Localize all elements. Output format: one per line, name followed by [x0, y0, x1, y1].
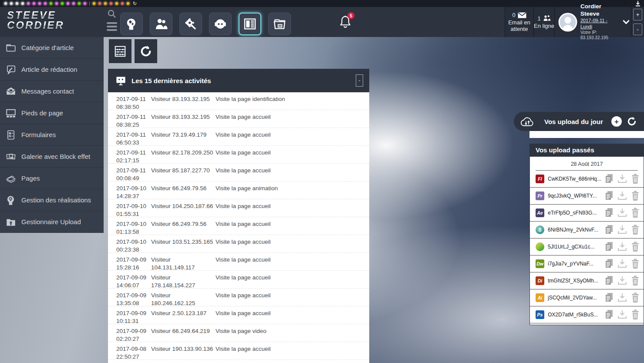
nav-layout-list-button[interactable]: [239, 13, 261, 35]
download-icon[interactable]: [617, 173, 628, 185]
activity-visitor: Visiteur 2.50.123.187: [151, 309, 216, 325]
activity-date: 2017-09-10: [116, 238, 151, 246]
copy-icon[interactable]: [604, 207, 614, 218]
activity-time: 02:20:27: [116, 335, 151, 343]
file-type-badge: Ps: [536, 310, 544, 319]
sidebar-item-label: Pieds de page: [21, 109, 63, 117]
email-pending-section[interactable]: 0 Email en attente: [505, 7, 533, 37]
activity-time: 14:06:07: [116, 282, 151, 289]
delete-icon[interactable]: [630, 224, 641, 235]
tab-dot: [72, 2, 75, 5]
menu-bar: [107, 22, 117, 24]
decrease-button[interactable]: -: [633, 24, 642, 35]
delete-icon[interactable]: [630, 292, 641, 303]
sidebar-item-categorie-article[interactable]: Catégorie d'article: [0, 37, 104, 59]
dots-separator: [89, 1, 90, 6]
activity-visitor: Visiteur 103.51.235.165: [151, 238, 216, 253]
download-icon[interactable]: [617, 258, 628, 269]
upload-file-row: S 6NrBNJmy_2VkNvF...: [530, 222, 644, 239]
copy-icon[interactable]: [604, 275, 614, 286]
email-count: 0: [512, 12, 515, 18]
envelope-icon: [5, 86, 17, 97]
minimize-button[interactable]: -: [356, 74, 363, 87]
activity-action: Visite la page animation: [216, 185, 365, 200]
download-icon[interactable]: [617, 292, 628, 303]
copy-icon[interactable]: [604, 309, 614, 320]
sidebar-item-galerie-block-effet[interactable]: Galerie avec Block effet: [0, 146, 104, 168]
activity-row: 2017-09-0910:11:31 Visiteur 2.50.123.187…: [108, 306, 369, 324]
activity-date: 2017-09-10: [116, 220, 151, 228]
copy-icon[interactable]: [604, 224, 614, 235]
delete-icon[interactable]: [630, 173, 641, 185]
upload-file-row: Fl CwKDK5Tw_686nHq...: [530, 171, 644, 188]
refresh-activities-button[interactable]: [135, 39, 157, 63]
activity-action: Visite la page accueil: [216, 167, 365, 182]
user-menu[interactable]: Cordier Steeve 2017-09-11 - Lundi Votre …: [554, 7, 631, 37]
activity-action: Visite la page accueil: [216, 274, 365, 289]
footer-icon: [5, 108, 17, 119]
delete-icon[interactable]: [630, 275, 641, 286]
activity-time: 08:38:50: [116, 103, 151, 111]
copy-icon[interactable]: [604, 241, 614, 252]
nav-tools-button[interactable]: [179, 13, 202, 35]
delete-icon[interactable]: [630, 207, 641, 218]
online-users-section[interactable]: 1 En ligne: [533, 7, 554, 37]
activity-date: 2017-09-11: [116, 95, 151, 103]
activity-action: Visite la page accueil: [216, 345, 365, 360]
file-name: i7gJia7v_pYVNaF...: [548, 261, 604, 267]
sidebar-item-label: Gestionnaire Upload: [21, 218, 81, 225]
download-icon[interactable]: [617, 275, 628, 286]
tab-dot: [10, 2, 13, 5]
tab-dot: [84, 2, 86, 5]
upload-file-row: 5JI1UrLJ_gCXu1c...: [530, 239, 644, 255]
copy-icon[interactable]: [604, 292, 614, 303]
download-icon[interactable]: [617, 241, 628, 252]
nav-users-button[interactable]: [150, 13, 172, 35]
activity-action: Visite la page video: [216, 327, 365, 343]
upload-file-row: Ae eTrFfp5O_sFN93G...: [530, 205, 644, 222]
delete-icon[interactable]: [630, 258, 641, 269]
download-icon[interactable]: [617, 190, 628, 202]
app-logo[interactable]: STEEVE CORDIER: [7, 10, 64, 30]
copy-icon[interactable]: [604, 258, 614, 269]
delete-icon[interactable]: [630, 241, 641, 252]
copy-icon[interactable]: [604, 173, 614, 185]
activity-visitor: Visiteur 104.131.149.117: [151, 256, 216, 271]
file-type-badge: S: [536, 225, 544, 234]
delete-icon[interactable]: [630, 309, 641, 320]
copy-icon[interactable]: [604, 190, 614, 202]
activity-action: Visite la page accueil: [216, 256, 365, 271]
nav-robot-button[interactable]: [209, 13, 232, 35]
sidebar-item-article-redaction[interactable]: Article de rédaction: [0, 59, 104, 81]
activity-time: 10:11:31: [116, 317, 151, 325]
download-icon[interactable]: [617, 309, 628, 320]
sidebar-item-gestion-realisations[interactable]: Gestion des réalisations: [0, 189, 104, 211]
sidebar-item-pieds-de-page[interactable]: Pieds de page: [0, 102, 104, 124]
delete-icon[interactable]: [630, 190, 641, 202]
user-date-link[interactable]: 2017-09-11 - Lundi: [580, 18, 620, 30]
file-actions: [604, 207, 641, 218]
download-icon[interactable]: [617, 207, 628, 218]
search-icon: [106, 9, 118, 20]
stats-counter-button[interactable]: [109, 39, 131, 63]
file-type-badge: Ai: [536, 293, 544, 302]
notifications-button[interactable]: 5: [339, 14, 352, 32]
sidebar-item-messages-contact[interactable]: Messages contact: [0, 81, 104, 102]
refresh-uploads-button[interactable]: [627, 116, 637, 127]
sidebar-item-label: Article de rédaction: [21, 66, 77, 73]
nav-folder-files-button[interactable]: [268, 13, 291, 35]
download-icon[interactable]: [617, 224, 628, 235]
search-menu-toggle[interactable]: [105, 9, 118, 31]
sidebar-item-gestionnaire-upload[interactable]: Gestionnaire Upload: [0, 211, 104, 233]
sidebar-item-formulaires[interactable]: Formulaires: [0, 124, 104, 146]
file-type-badge: [536, 242, 544, 251]
add-upload-button[interactable]: +: [611, 116, 622, 127]
refresh-icon: [139, 45, 152, 58]
refresh-icon: [627, 116, 637, 127]
cloud-updown-icon: [520, 115, 535, 128]
uploads-today-empty-area: [529, 131, 644, 138]
sidebar-item-pages[interactable]: Pages: [0, 168, 104, 189]
chevron-down-icon: [623, 20, 629, 25]
nav-brain-settings-button[interactable]: [120, 13, 143, 35]
increase-button[interactable]: +: [633, 9, 642, 20]
